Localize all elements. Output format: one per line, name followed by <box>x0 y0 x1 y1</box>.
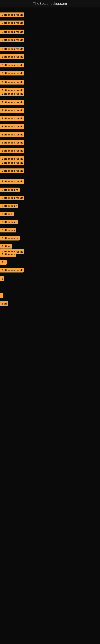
bottleneck-badge: Bottleneck <box>0 228 16 232</box>
bottleneck-badge: Bottleneck result <box>0 268 24 272</box>
bottleneck-badge: Bottleneck result <box>0 20 24 25</box>
bottleneck-item[interactable]: Bottleneck result <box>0 71 24 76</box>
bottleneck-badge: Bottleneck result <box>0 38 24 42</box>
bottleneck-item[interactable]: Bottleneck result <box>0 160 24 166</box>
bottleneck-badge: Bott <box>0 301 8 306</box>
site-title: TheBottlenecker.com <box>0 0 100 8</box>
bottleneck-item[interactable]: Bottleneck re <box>0 188 20 193</box>
bottleneck-item[interactable]: B <box>0 276 4 282</box>
bottleneck-item[interactable]: Bottleneck result <box>0 124 24 130</box>
bottleneck-badge: Bottleneck result <box>0 30 24 34</box>
bottleneck-badge: B <box>0 276 4 281</box>
bottleneck-item[interactable]: Bottleneck result <box>0 100 24 106</box>
bottleneck-item[interactable]: Bottleneck result <box>0 168 24 174</box>
bottleneck-badge: Bottleneck result <box>0 148 24 153</box>
bottleneck-badge: Bottlen <box>0 244 12 248</box>
bottleneck-item[interactable]: Bottleneck result <box>0 268 24 273</box>
bottleneck-badge: Bottleneck result <box>0 71 24 76</box>
bottleneck-list: Bottleneck resultBottleneck resultBottle… <box>0 8 100 644</box>
bottleneck-badge: Bo <box>0 260 7 265</box>
bottleneck-badge: Bottleneck result <box>0 108 24 113</box>
bottleneck-item[interactable]: Bottlene <box>0 212 14 217</box>
bottleneck-item[interactable]: Bottleneck result <box>0 54 24 60</box>
bottleneck-item[interactable]: Bottleneck result <box>0 12 24 18</box>
bottleneck-item[interactable]: Bottleneck result <box>0 20 24 26</box>
bottleneck-item[interactable]: i <box>0 293 3 299</box>
bottleneck-badge: Bottleneck result <box>0 132 24 137</box>
bottleneck-badge: Bottleneck result <box>0 168 24 173</box>
bottleneck-item[interactable]: Bo <box>0 260 7 266</box>
bottleneck-badge: Bottleneck <box>0 252 16 256</box>
bottleneck-item[interactable]: Bottlen <box>0 244 12 249</box>
bottleneck-badge: Bottleneck result <box>0 91 24 96</box>
bottleneck-item[interactable]: Bottleneck result <box>0 132 24 138</box>
bottleneck-item[interactable]: Bottleneck <box>0 228 16 233</box>
bottleneck-badge: Bottleneck result <box>0 54 24 59</box>
bottleneck-item[interactable]: Bottleneck result <box>0 116 24 122</box>
bottleneck-badge: Bottleneck result <box>0 160 24 165</box>
bottleneck-badge: Bottleneck result <box>0 140 24 145</box>
bottleneck-item[interactable]: Bottleneck r <box>0 220 18 225</box>
bottleneck-badge: Bottleneck result <box>0 124 24 129</box>
bottleneck-badge: Bottleneck result <box>0 80 24 84</box>
bottleneck-badge: Bottleneck result <box>0 63 24 68</box>
bottleneck-item[interactable]: Bottleneck result <box>0 140 24 146</box>
bottleneck-item[interactable]: Bottleneck result <box>0 38 24 43</box>
bottleneck-item[interactable]: Bottleneck result <box>0 91 24 97</box>
bottleneck-badge: Bottleneck re <box>0 188 20 192</box>
bottleneck-badge: Bottleneck result <box>0 12 24 17</box>
bottleneck-badge: Bottleneck r <box>0 220 18 224</box>
bottleneck-item[interactable]: Bottleneck r <box>0 204 18 209</box>
bottleneck-item[interactable]: Bottleneck result <box>0 47 24 52</box>
bottleneck-item[interactable]: Bottleneck result <box>0 63 24 68</box>
bottleneck-item[interactable]: Bottleneck <box>0 252 16 258</box>
bottleneck-item[interactable]: Bottleneck result <box>0 80 24 85</box>
bottleneck-badge: Bottleneck result <box>0 47 24 51</box>
bottleneck-badge: Bottleneck result <box>0 179 24 184</box>
bottleneck-item[interactable]: Bottleneck re <box>0 236 20 241</box>
bottleneck-item[interactable]: Bottleneck result <box>0 196 24 201</box>
bottleneck-item[interactable]: Bottleneck result <box>0 179 24 184</box>
bottleneck-item[interactable]: Bottleneck result <box>0 108 24 114</box>
bottleneck-badge: Bottlene <box>0 212 14 216</box>
bottleneck-item[interactable]: Bottleneck result <box>0 30 24 35</box>
bottleneck-badge: Bottleneck result <box>0 196 24 200</box>
bottleneck-badge: Bottleneck re <box>0 236 20 240</box>
bottleneck-item[interactable]: Bottleneck result <box>0 148 24 154</box>
bottleneck-badge: Bottleneck result <box>0 100 24 105</box>
bottleneck-item[interactable]: Bott <box>0 301 8 307</box>
bottleneck-badge: Bottleneck r <box>0 204 18 208</box>
bottleneck-badge: i <box>0 293 3 298</box>
bottleneck-badge: Bottleneck result <box>0 116 24 121</box>
